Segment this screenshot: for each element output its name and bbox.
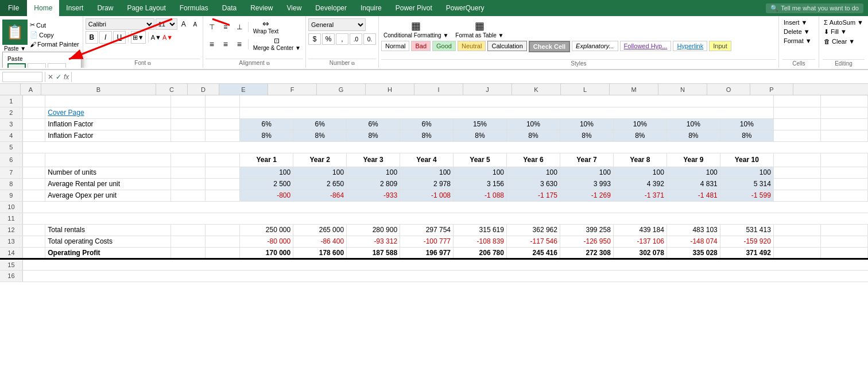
- ss-cell-k9[interactable]: -1 269: [560, 190, 613, 201]
- ss-cell[interactable]: [206, 107, 240, 118]
- ss-cell-j8[interactable]: 3 630: [506, 178, 560, 190]
- ss-cell[interactable]: [22, 118, 45, 130]
- format-painter-button[interactable]: 🖌 Format Painter: [29, 40, 80, 48]
- ss-cell-k8[interactable]: 3 993: [560, 178, 613, 190]
- ss-cell-l14[interactable]: 302 078: [613, 247, 666, 259]
- ss-cell-f12[interactable]: 265 000: [293, 224, 347, 236]
- ss-cell-o8[interactable]: [773, 178, 820, 190]
- ss-cell-e14[interactable]: 170 000: [240, 247, 293, 259]
- ss-cell[interactable]: [206, 130, 240, 141]
- ss-cell-year3-header[interactable]: Year 3: [347, 153, 400, 167]
- ss-cell-avg-rental-label[interactable]: Average Rental per unit: [45, 178, 171, 190]
- ss-cell-p7[interactable]: [820, 167, 867, 178]
- ss-cell-l13[interactable]: -137 106: [613, 236, 666, 247]
- style-explanatory[interactable]: Explanatory...: [572, 41, 618, 51]
- ss-cell-k12[interactable]: 399 258: [560, 224, 613, 236]
- ss-cell[interactable]: [22, 190, 45, 201]
- ss-cell[interactable]: [45, 95, 171, 107]
- ss-cell-l9[interactable]: -1 371: [613, 190, 666, 201]
- search-box[interactable]: 🔍 Tell me what you want to do: [766, 3, 863, 13]
- ss-cell-g3[interactable]: 6%: [347, 118, 400, 130]
- ss-cell-h8[interactable]: 2 978: [400, 178, 454, 190]
- ss-cell-o12[interactable]: [773, 224, 820, 236]
- ss-cell-num-units-label[interactable]: Number of units: [45, 167, 171, 178]
- style-calculation[interactable]: Calculation: [487, 41, 526, 51]
- italic-button[interactable]: I: [99, 31, 112, 44]
- menu-formulas[interactable]: Formulas: [173, 2, 215, 14]
- col-header-N[interactable]: N: [658, 84, 707, 95]
- ss-cell-m3[interactable]: 10%: [666, 118, 720, 130]
- align-center-btn[interactable]: ≡: [219, 38, 232, 50]
- ss-cell[interactable]: [170, 107, 205, 118]
- merge-center-button[interactable]: ⊡ Merge & Center ▼: [251, 36, 303, 52]
- insert-function-icon[interactable]: fx: [64, 73, 69, 81]
- ss-cell-f9[interactable]: -864: [293, 190, 347, 201]
- style-normal[interactable]: Normal: [381, 41, 409, 51]
- col-header-A[interactable]: A: [21, 84, 41, 95]
- ss-cell[interactable]: [22, 167, 45, 178]
- ss-cell-i13[interactable]: -108 839: [454, 236, 507, 247]
- ss-cell-f14[interactable]: 178 600: [293, 247, 347, 259]
- ss-cell[interactable]: [206, 178, 240, 190]
- ss-cell-j3[interactable]: 10%: [506, 118, 560, 130]
- ss-cell-f8[interactable]: 2 650: [293, 178, 347, 190]
- ss-cell-o9[interactable]: [773, 190, 820, 201]
- ss-cell[interactable]: [22, 201, 867, 213]
- col-header-F[interactable]: F: [268, 84, 317, 95]
- ss-cell[interactable]: [22, 141, 867, 153]
- format-btn[interactable]: Format ▼: [782, 37, 815, 45]
- ss-cell[interactable]: [820, 107, 867, 118]
- ss-cell[interactable]: [22, 153, 45, 167]
- ss-cell[interactable]: [170, 130, 205, 141]
- comma-btn[interactable]: ,: [336, 33, 348, 45]
- ss-cell[interactable]: [206, 95, 240, 107]
- ss-cell-o7[interactable]: [773, 167, 820, 178]
- col-header-D[interactable]: D: [188, 84, 219, 95]
- ss-cell-e3[interactable]: 6%: [240, 118, 293, 130]
- ss-cell[interactable]: [22, 130, 45, 141]
- paste-icon-1[interactable]: 📋: [7, 63, 26, 68]
- ss-cell-h12[interactable]: 297 754: [400, 224, 454, 236]
- ss-cell-n14[interactable]: 371 492: [720, 247, 773, 259]
- ss-cell-e12[interactable]: 250 000: [240, 224, 293, 236]
- ss-cell-i7[interactable]: 100: [454, 167, 507, 178]
- ss-cell[interactable]: [170, 190, 205, 201]
- ss-cell-year4-header[interactable]: Year 4: [400, 153, 454, 167]
- ss-cell-cover-page[interactable]: Cover Page: [45, 107, 171, 118]
- ss-cell[interactable]: [206, 118, 240, 130]
- ss-cell[interactable]: [206, 153, 240, 167]
- ss-cell-l7[interactable]: 100: [613, 167, 666, 178]
- borders-button[interactable]: ⊞▼: [131, 31, 146, 44]
- ss-cell[interactable]: [820, 95, 867, 107]
- ss-cell-year9-header[interactable]: Year 9: [666, 153, 720, 167]
- font-name-select[interactable]: Calibri: [86, 18, 154, 30]
- ss-cell-avg-opex-label[interactable]: Average Opex per unit: [45, 190, 171, 201]
- ss-cell-j12[interactable]: 362 962: [506, 224, 560, 236]
- percent-btn[interactable]: %: [322, 33, 335, 45]
- currency-btn[interactable]: $: [308, 33, 321, 45]
- fill-btn[interactable]: ⬇ Fill ▼: [823, 28, 865, 36]
- ss-cell[interactable]: [22, 236, 45, 247]
- ss-cell[interactable]: [22, 107, 45, 118]
- ss-cell-f13[interactable]: -86 400: [293, 236, 347, 247]
- ss-cell[interactable]: [170, 224, 205, 236]
- col-header-M[interactable]: M: [610, 84, 658, 95]
- ss-cell-e8[interactable]: 2 500: [240, 178, 293, 190]
- delete-btn[interactable]: Delete ▼: [782, 28, 815, 36]
- col-header-K[interactable]: K: [512, 84, 561, 95]
- ss-cell-i12[interactable]: 315 619: [454, 224, 507, 236]
- ss-cell-n3[interactable]: 10%: [720, 118, 773, 130]
- ss-cell-m8[interactable]: 4 831: [666, 178, 720, 190]
- ss-cell-year1-header[interactable]: Year 1: [240, 153, 293, 167]
- ss-cell-h9[interactable]: -1 008: [400, 190, 454, 201]
- underline-button[interactable]: U: [113, 31, 126, 44]
- font-color-button[interactable]: A▼: [162, 34, 173, 41]
- ss-cell[interactable]: [22, 259, 867, 270]
- ss-cell[interactable]: [22, 178, 45, 190]
- ss-cell[interactable]: [206, 224, 240, 236]
- autosum-btn[interactable]: Σ AutoSum ▼: [823, 18, 865, 26]
- ss-cell-g7[interactable]: 100: [347, 167, 400, 178]
- align-middle-btn[interactable]: ≡: [219, 21, 232, 33]
- ss-cell-h7[interactable]: 100: [400, 167, 454, 178]
- col-header-J[interactable]: J: [463, 84, 512, 95]
